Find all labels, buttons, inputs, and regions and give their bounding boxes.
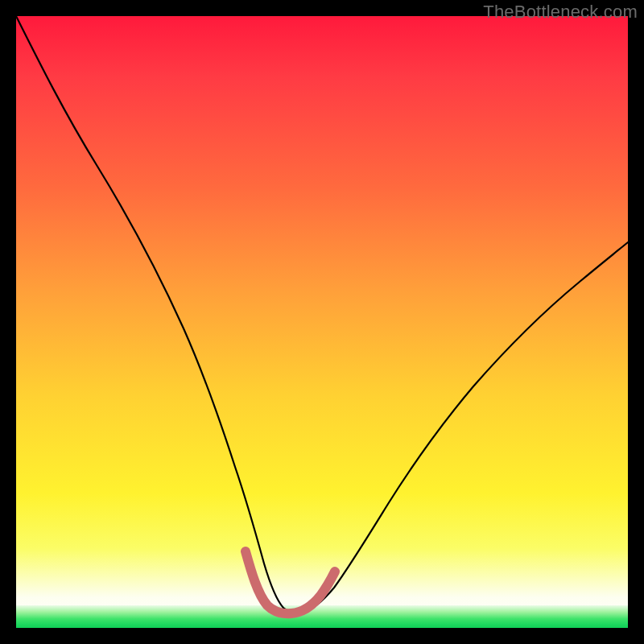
plot-area [16,16,628,628]
curve-layer [16,16,628,628]
watermark-text: TheBottleneck.com [483,2,638,23]
bottleneck-curve [16,16,628,613]
chart-frame: TheBottleneck.com [0,0,644,644]
valley-highlight [246,551,335,613]
